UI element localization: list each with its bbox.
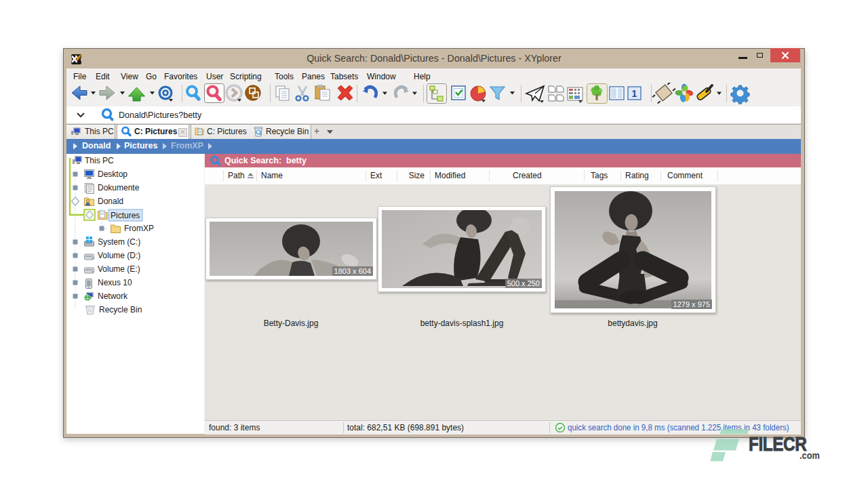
svg-text:1: 1 <box>632 88 637 99</box>
